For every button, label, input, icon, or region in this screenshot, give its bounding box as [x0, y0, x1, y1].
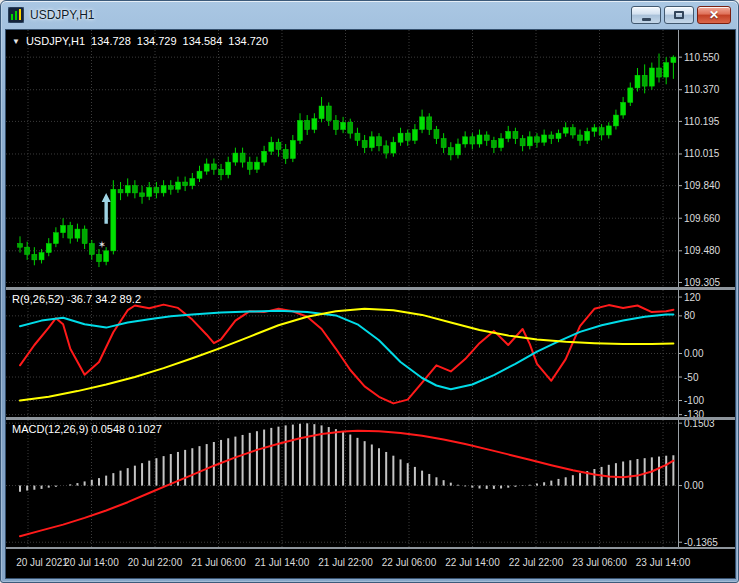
- macd-header: MACD(12,26,9) 0.0548 0.1027: [12, 423, 162, 435]
- candle-body: [39, 253, 44, 260]
- candle-body: [233, 153, 238, 162]
- minimize-button[interactable]: [631, 6, 661, 24]
- candle-body: [125, 186, 130, 193]
- candle-body: [290, 140, 295, 158]
- oscillator-header: R(9,26,52) -36.7 34.2 89.2: [12, 293, 141, 305]
- candle-body: [578, 135, 583, 140]
- time-axis-label[interactable]: 22 Jul 14:00: [445, 557, 500, 568]
- time-axis-label[interactable]: 20 Jul 14:00: [64, 557, 119, 568]
- price-axis-label[interactable]: 109.305: [684, 277, 721, 288]
- candle-body: [32, 254, 37, 259]
- candle-body: [175, 182, 180, 189]
- candle-body: [549, 135, 554, 139]
- candle-body: [348, 122, 353, 133]
- symbol-dropdown-icon[interactable]: ▼: [12, 37, 20, 46]
- time-axis-label[interactable]: 23 Jul 14:00: [636, 557, 691, 568]
- chart-window: USDJPY,H1 ✕ ✶110.550110.370110.195110.01…: [0, 0, 739, 583]
- candle-body: [628, 88, 633, 102]
- candle-body: [132, 186, 137, 193]
- price-axis-label[interactable]: 109.480: [684, 245, 721, 256]
- candle-body: [420, 117, 425, 130]
- candle-body: [46, 244, 51, 253]
- time-axis-label[interactable]: 21 Jul 06:00: [191, 557, 246, 568]
- candle-body: [161, 186, 166, 193]
- pane-divider[interactable]: [6, 417, 735, 420]
- titlebar[interactable]: USDJPY,H1 ✕: [1, 1, 738, 29]
- candle-body: [104, 251, 109, 262]
- macd-signal-line: [20, 431, 673, 536]
- pane-divider[interactable]: [6, 287, 735, 290]
- candle-body: [369, 137, 374, 148]
- candle-body: [96, 254, 101, 261]
- candle-body: [398, 133, 403, 142]
- candle-body: [642, 75, 647, 86]
- star-marker[interactable]: ✶: [98, 239, 106, 250]
- up-arrow-marker[interactable]: [102, 193, 111, 224]
- candle-body: [154, 187, 159, 192]
- candle-body: [470, 137, 475, 144]
- ohlc-close: 134.720: [228, 35, 268, 47]
- time-axis-label[interactable]: 21 Jul 14:00: [255, 557, 310, 568]
- candle-body: [219, 169, 224, 174]
- candle-body: [664, 63, 669, 77]
- candle-body: [333, 120, 338, 129]
- price-axis-label[interactable]: 109.840: [684, 180, 721, 191]
- oscillator-line-medium: [20, 311, 673, 390]
- pane-divider[interactable]: [6, 547, 735, 549]
- price-axis-label[interactable]: 110.370: [684, 84, 720, 95]
- candle-body: [520, 139, 525, 146]
- candle-body: [649, 68, 654, 86]
- candle-body: [477, 135, 482, 144]
- indicator-axis-label[interactable]: -100: [684, 395, 704, 406]
- candle-body: [448, 148, 453, 155]
- indicator-axis-label[interactable]: 80: [684, 310, 696, 321]
- candle-body: [391, 142, 396, 153]
- time-axis-label[interactable]: 20 Jul 22:00: [128, 557, 183, 568]
- candle-body: [556, 133, 561, 138]
- close-button[interactable]: ✕: [697, 6, 731, 24]
- candle-body: [563, 128, 568, 133]
- price-axis-label[interactable]: 109.660: [684, 213, 721, 224]
- indicator-axis-label[interactable]: 0.00: [684, 348, 704, 359]
- price-axis-label[interactable]: 110.195: [684, 116, 720, 127]
- candle-body: [319, 106, 324, 119]
- candle-body: [434, 130, 439, 139]
- candle-body: [305, 120, 310, 129]
- price-axis-label[interactable]: 110.550: [684, 52, 720, 63]
- candle-body: [412, 130, 417, 141]
- indicator-axis-label[interactable]: 120: [684, 292, 701, 303]
- candle-body: [326, 106, 331, 120]
- candle-body: [312, 119, 317, 130]
- candle-body: [18, 244, 23, 248]
- chart-client-area[interactable]: ✶110.550110.370110.195110.015109.840109.…: [5, 29, 736, 579]
- window-title: USDJPY,H1: [30, 8, 94, 22]
- candle-body: [570, 128, 575, 135]
- ohlc-open: 134.728: [91, 35, 131, 47]
- time-axis-label[interactable]: 22 Jul 22:00: [509, 557, 564, 568]
- candle-body: [513, 131, 518, 138]
- indicator-axis-label[interactable]: -50: [684, 372, 699, 383]
- candle-body: [254, 162, 259, 169]
- ohlc-low: 134.584: [183, 35, 223, 47]
- candle-body: [606, 126, 611, 135]
- candle-body: [362, 140, 367, 147]
- close-icon: ✕: [709, 9, 719, 21]
- candle-body: [183, 182, 188, 186]
- indicator-axis-label[interactable]: -0.1365: [684, 537, 718, 548]
- indicator-axis-label[interactable]: 0.00: [684, 480, 704, 491]
- time-axis-label[interactable]: 23 Jul 06:00: [572, 557, 627, 568]
- price-axis-label[interactable]: 110.015: [684, 148, 720, 159]
- candle-body: [585, 131, 590, 140]
- time-axis-label[interactable]: 22 Jul 06:00: [382, 557, 437, 568]
- candle-body: [283, 149, 288, 158]
- candle-body: [384, 146, 389, 153]
- oscillator-line-slow: [20, 309, 673, 401]
- candle-body: [377, 137, 382, 146]
- candle-body: [247, 162, 252, 169]
- time-axis-label[interactable]: 21 Jul 22:00: [318, 557, 373, 568]
- ohlc-high: 134.729: [137, 35, 177, 47]
- time-axis-label[interactable]: 20 Jul 2021: [16, 557, 68, 568]
- candle-body: [613, 115, 618, 126]
- maximize-button[interactable]: [664, 6, 694, 24]
- maximize-icon: [674, 11, 684, 19]
